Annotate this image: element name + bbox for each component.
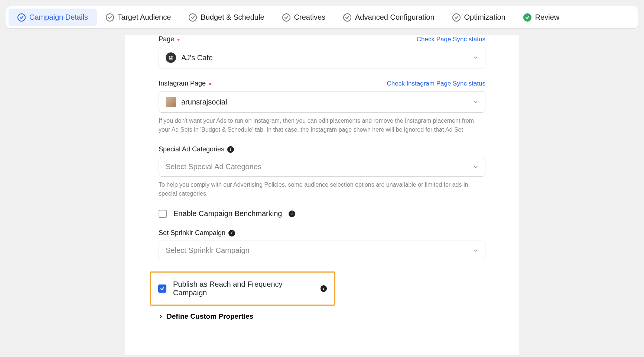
tab-budget-schedule[interactable]: Budget & Schedule bbox=[180, 9, 273, 26]
reach-frequency-highlight: Publish as Reach and Frequency Campaign … bbox=[150, 271, 335, 306]
tab-label: Campaign Details bbox=[29, 13, 88, 22]
tab-label: Creatives bbox=[294, 13, 325, 22]
special-label: Special Ad Categories i bbox=[159, 145, 234, 153]
sprinklr-dropdown[interactable]: Select Sprinklr Campaign bbox=[159, 241, 485, 260]
tab-label: Optimization bbox=[464, 13, 505, 22]
reach-frequency-label: Publish as Reach and Frequency Campaign bbox=[173, 280, 314, 297]
reach-frequency-checkbox[interactable] bbox=[158, 284, 166, 293]
page-dropdown[interactable]: AJ's Cafe bbox=[159, 47, 485, 68]
check-circle-icon bbox=[106, 13, 114, 22]
tab-label: Review bbox=[535, 13, 560, 22]
tab-optimization[interactable]: Optimization bbox=[443, 9, 514, 26]
check-page-sync-link[interactable]: Check Page Sync status bbox=[417, 36, 485, 43]
check-circle-icon bbox=[452, 13, 461, 22]
svg-point-0 bbox=[169, 56, 170, 58]
special-dropdown[interactable]: Select Special Ad Categories bbox=[159, 157, 485, 177]
field-page: Page ● Check Page Sync status AJ's Cafe bbox=[159, 35, 485, 68]
tab-review[interactable]: Review bbox=[514, 9, 569, 26]
benchmarking-label: Enable Campaign Benchmarking bbox=[173, 209, 282, 218]
special-help-text: To help you comply with our Advertising … bbox=[159, 180, 485, 198]
tab-creatives[interactable]: Creatives bbox=[273, 9, 334, 26]
form-panel: Page ● Check Page Sync status AJ's Cafe … bbox=[125, 35, 519, 355]
field-sprinklr: Set Sprinklr Campaign i Select Sprinklr … bbox=[159, 229, 485, 260]
define-custom-properties-toggle[interactable]: Define Custom Properties bbox=[159, 312, 485, 321]
tab-label: Budget & Schedule bbox=[201, 13, 264, 22]
tab-target-audience[interactable]: Target Audience bbox=[97, 9, 180, 26]
instagram-value: arunsrajsocial bbox=[181, 98, 227, 106]
instagram-dropdown[interactable]: arunsrajsocial bbox=[159, 91, 485, 113]
info-icon[interactable]: i bbox=[228, 230, 235, 237]
sprinklr-placeholder: Select Sprinklr Campaign bbox=[166, 246, 250, 255]
check-instagram-sync-link[interactable]: Check Instagram Page Sync status bbox=[387, 80, 485, 87]
check-circle-icon bbox=[282, 13, 290, 22]
benchmarking-checkbox[interactable] bbox=[159, 210, 167, 218]
tabs-bar: Campaign Details Target Audience Budget … bbox=[6, 6, 638, 29]
required-indicator-icon: ● bbox=[209, 81, 211, 86]
chevron-right-icon bbox=[159, 314, 163, 319]
instagram-avatar-icon bbox=[166, 97, 176, 107]
tab-advanced-config[interactable]: Advanced Configuration bbox=[334, 9, 443, 26]
field-benchmarking: Enable Campaign Benchmarking i bbox=[159, 209, 485, 218]
field-instagram: Instagram Page ● Check Instagram Page Sy… bbox=[159, 80, 485, 134]
tab-campaign-details[interactable]: Campaign Details bbox=[9, 9, 97, 26]
chevron-down-icon bbox=[473, 248, 478, 253]
info-icon[interactable]: i bbox=[227, 146, 234, 153]
special-placeholder: Select Special Ad Categories bbox=[166, 163, 261, 171]
instagram-help-text: If you don't want your Ads to run on Ins… bbox=[159, 116, 485, 134]
chevron-down-icon bbox=[473, 99, 478, 104]
required-indicator-icon: ● bbox=[177, 37, 180, 42]
sprinklr-label: Set Sprinklr Campaign i bbox=[159, 229, 235, 237]
custom-properties-label: Define Custom Properties bbox=[167, 312, 253, 321]
svg-rect-2 bbox=[169, 58, 173, 60]
info-icon[interactable]: i bbox=[321, 285, 327, 292]
svg-point-1 bbox=[171, 56, 173, 58]
page-value: AJ's Cafe bbox=[181, 54, 213, 62]
check-circle-icon bbox=[189, 13, 197, 22]
check-circle-icon bbox=[17, 13, 26, 22]
chevron-down-icon bbox=[473, 55, 478, 60]
check-circle-icon bbox=[343, 13, 351, 22]
page-label: Page ● bbox=[159, 35, 180, 43]
page-avatar-icon bbox=[166, 52, 176, 63]
info-icon[interactable]: i bbox=[289, 210, 295, 217]
check-circle-icon bbox=[523, 13, 531, 22]
field-special-categories: Special Ad Categories i Select Special A… bbox=[159, 145, 485, 198]
tab-label: Advanced Configuration bbox=[355, 13, 434, 22]
chevron-down-icon bbox=[473, 164, 478, 170]
instagram-label: Instagram Page ● bbox=[159, 80, 211, 87]
tab-label: Target Audience bbox=[118, 13, 171, 22]
